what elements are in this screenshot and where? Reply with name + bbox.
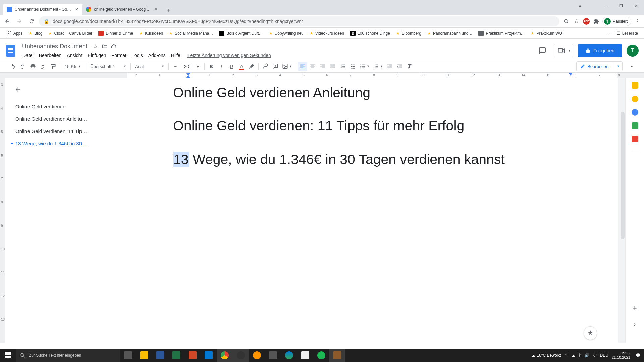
redo-button[interactable]: [18, 62, 28, 71]
account-avatar[interactable]: T: [627, 45, 639, 57]
clock[interactable]: 19:22 21.10.2021: [612, 351, 632, 359]
taskbar-search[interactable]: Zur Suche Text hier eingeben: [16, 349, 120, 362]
volume-icon[interactable]: 🔊: [584, 353, 589, 358]
menu-insert[interactable]: Einfügen: [85, 51, 108, 59]
menu-file[interactable]: Datei: [20, 51, 36, 59]
outline-close-button[interactable]: [13, 84, 23, 95]
collapse-toolbar-button[interactable]: [627, 62, 636, 71]
minimize-button[interactable]: ─: [598, 0, 613, 12]
present-meet-button[interactable]: ▼: [554, 44, 573, 57]
address-bar[interactable]: 🔒 docs.google.com/document/d/1hx_8x3Ybqz…: [39, 16, 559, 26]
bookmarks-overflow[interactable]: »: [606, 29, 612, 37]
account-dot-icon[interactable]: ●: [572, 0, 588, 12]
share-button[interactable]: Freigeben: [578, 44, 622, 57]
zoom-indicator-icon[interactable]: [562, 17, 570, 25]
decrease-indent-button[interactable]: [385, 62, 394, 71]
align-left-button[interactable]: [298, 62, 307, 71]
comments-icon[interactable]: [536, 44, 549, 57]
decrease-font-size-button[interactable]: −: [171, 62, 180, 71]
document-canvas[interactable]: Online Geld verdienen Anleitung Online G…: [119, 78, 625, 343]
bookmark-item[interactable]: ★Cload + Canva Bilder: [46, 29, 94, 37]
keep-icon[interactable]: [632, 96, 638, 102]
text-color-button[interactable]: A: [237, 62, 246, 71]
line-spacing-button[interactable]: [338, 62, 347, 71]
bullet-list-button[interactable]: ▼: [358, 62, 371, 71]
menu-addons[interactable]: Add-ons: [146, 51, 168, 59]
numbered-list-button[interactable]: 123▼: [372, 62, 384, 71]
maps-icon[interactable]: [632, 136, 638, 142]
browser-tab-active[interactable]: Unbenanntes Dokument - Googl ✕: [3, 4, 83, 15]
abp-extension-icon[interactable]: ABP: [582, 17, 590, 25]
cloud-status-icon[interactable]: [111, 43, 117, 50]
highlight-button[interactable]: [247, 62, 256, 71]
profile-chip[interactable]: T Pausiert: [602, 17, 631, 26]
document-page[interactable]: Online Geld verdienen Anleitung Online G…: [119, 78, 618, 343]
bluetooth-icon[interactable]: ᛒ: [579, 353, 581, 358]
clear-formatting-button[interactable]: [405, 62, 415, 71]
notifications-icon[interactable]: 💬: [636, 353, 641, 358]
bookmark-item[interactable]: ★Blog: [26, 29, 44, 37]
apps-button[interactable]: Apps: [4, 29, 24, 37]
outline-item[interactable]: Online Geld verdienen Anleitu…: [9, 113, 115, 125]
insert-comment-button[interactable]: [271, 62, 280, 71]
editing-mode-dropdown[interactable]: Bearbeiten ▼: [576, 61, 623, 71]
firefox-icon[interactable]: [249, 349, 265, 362]
word-icon[interactable]: [152, 349, 168, 362]
extensions-icon[interactable]: [592, 17, 600, 25]
move-icon[interactable]: [101, 43, 108, 50]
tasks-icon[interactable]: [632, 109, 638, 116]
chrome-menu-icon[interactable]: ⋮: [633, 17, 641, 25]
spellcheck-button[interactable]: [38, 62, 48, 71]
browser-tab[interactable]: online geld verdienen - Google S ✕: [82, 4, 162, 15]
bookmark-item[interactable]: Bois d'Argent Duft…: [217, 29, 265, 37]
align-right-button[interactable]: [318, 62, 327, 71]
task-view-button[interactable]: [120, 349, 136, 362]
checklist-button[interactable]: [348, 62, 358, 71]
outline-item-active[interactable]: 13 Wege, wie du 1.346€ in 30…: [9, 137, 115, 150]
bold-button[interactable]: B: [207, 62, 216, 71]
zoom-dropdown[interactable]: 150%▼: [62, 64, 84, 69]
bookmark-item[interactable]: Dinner & Crime: [96, 29, 135, 37]
weather-widget[interactable]: ☁16°C Bewölkt: [531, 353, 561, 358]
paragraph-style-dropdown[interactable]: Überschrift 1▼: [88, 64, 128, 69]
bookmark-item[interactable]: Praktikum Projektm…: [476, 29, 527, 37]
close-window-button[interactable]: ✕: [629, 0, 644, 12]
new-tab-button[interactable]: +: [164, 6, 173, 15]
hide-sidepanel-button[interactable]: ›: [630, 320, 640, 329]
start-button[interactable]: [0, 349, 16, 362]
menu-tools[interactable]: Tools: [129, 51, 145, 59]
heading[interactable]: Online Geld verdienen: 11 Tipps für mehr…: [173, 117, 578, 134]
back-button[interactable]: [3, 17, 12, 26]
bookmark-item[interactable]: ★Copywriting neu: [267, 29, 306, 37]
addons-button[interactable]: +: [630, 304, 640, 313]
input-language[interactable]: DEU: [600, 353, 608, 358]
document-title[interactable]: Unbenanntes Dokument: [20, 42, 89, 51]
star-icon[interactable]: ☆: [92, 43, 99, 50]
calendar-icon[interactable]: [632, 82, 638, 89]
increase-indent-button[interactable]: [395, 62, 405, 71]
insert-link-button[interactable]: [261, 62, 270, 71]
docs-logo[interactable]: [4, 42, 17, 59]
chrome-icon[interactable]: [217, 349, 233, 362]
heading-selected[interactable]: 13 Wege, wie du 1.346€ in 30 Tagen verdi…: [173, 151, 578, 168]
onedrive-icon[interactable]: ☁: [571, 353, 575, 358]
wifi-icon[interactable]: 🛡: [593, 353, 597, 358]
bookmark-item[interactable]: ★Panoramabahn und…: [425, 29, 474, 37]
font-size-input[interactable]: 20: [181, 63, 192, 70]
menu-edit[interactable]: Bearbeiten: [37, 51, 64, 59]
font-dropdown[interactable]: Arial▼: [133, 64, 166, 69]
paint-format-button[interactable]: [48, 62, 58, 71]
notepad-icon[interactable]: [297, 349, 313, 362]
underline-button[interactable]: U: [227, 62, 236, 71]
spotify-icon[interactable]: [313, 349, 329, 362]
outline-item[interactable]: Online Geld verdienen: 11 Tip…: [9, 125, 115, 137]
vertical-ruler[interactable]: 345678910111213: [0, 78, 5, 343]
menu-format[interactable]: Format: [109, 51, 129, 59]
bookmark-item[interactable]: ★Kursideen: [137, 29, 165, 37]
insert-image-button[interactable]: ▼: [281, 62, 293, 71]
mail-icon[interactable]: [201, 349, 217, 362]
close-icon[interactable]: ✕: [74, 7, 79, 12]
app-icon[interactable]: [265, 349, 281, 362]
forward-button[interactable]: [15, 17, 24, 26]
horizontal-ruler[interactable]: 21123456789101112131415161718: [0, 73, 644, 78]
